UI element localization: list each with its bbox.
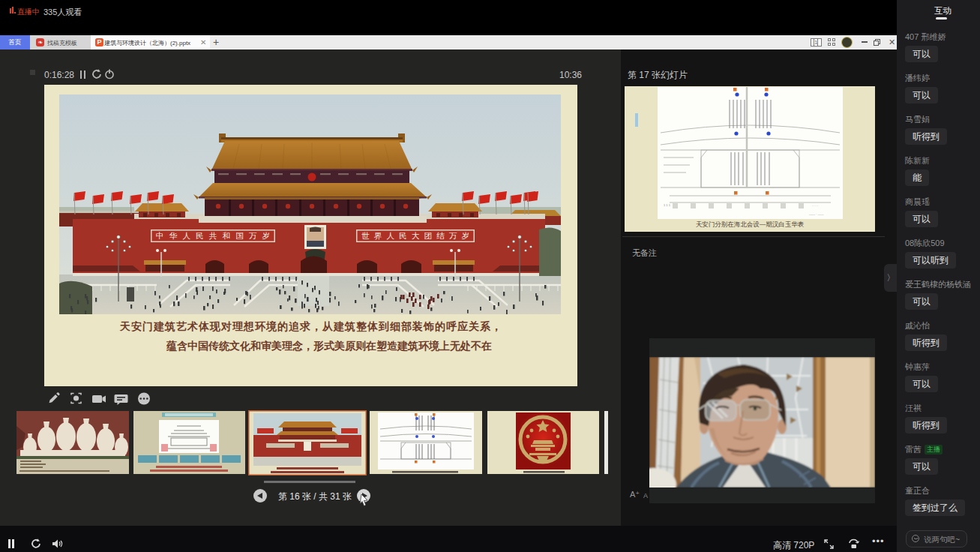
svg-text:1 1 1: 1 1 1 — [664, 203, 671, 207]
svg-text:世界人民大团结万岁: 世界人民大团结万岁 — [361, 231, 469, 240]
svg-text:—— · ——: —— · —— — [809, 212, 824, 216]
svg-text:天安门分别在海北会设—期汉白玉华表: 天安门分别在海北会设—期汉白玉华表 — [696, 220, 805, 228]
svg-text:. . . .: . . . . — [812, 203, 818, 207]
svg-text:中华人民共和国万岁: 中华人民共和国万岁 — [156, 231, 270, 240]
